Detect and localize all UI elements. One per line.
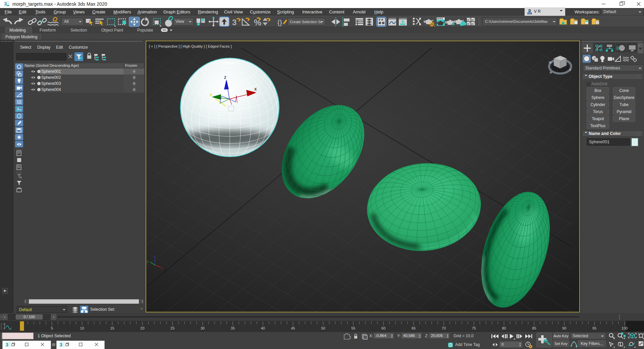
svg-text:N: N [550, 71, 552, 74]
svg-text:Z: Z [224, 76, 226, 80]
svg-text:15: 15 [110, 326, 114, 330]
svg-text:[ + ] [ Perspective ] [ High Q: [ + ] [ Perspective ] [ High Quality ] [… [149, 44, 232, 48]
svg-text:z: z [154, 255, 156, 258]
svg-text:x: x [161, 266, 163, 270]
svg-text:70: 70 [442, 326, 446, 330]
svg-text:X: X [254, 87, 257, 91]
svg-text:100: 100 [622, 326, 628, 330]
svg-text:45: 45 [291, 326, 295, 330]
svg-text:35: 35 [231, 326, 235, 330]
svg-text:65: 65 [412, 326, 416, 330]
svg-text:10: 10 [80, 326, 84, 330]
svg-text:y: y [210, 92, 212, 96]
svg-text:W: W [549, 61, 552, 64]
svg-text:y: y [147, 260, 149, 263]
svg-text:{}: {} [277, 18, 282, 26]
svg-text:50: 50 [321, 326, 325, 330]
svg-text:55: 55 [351, 326, 355, 330]
svg-text:95: 95 [592, 326, 596, 330]
svg-text:S: S [569, 68, 571, 71]
svg-text:75: 75 [472, 326, 476, 330]
svg-text:5: 5 [51, 326, 53, 330]
svg-text:3: 3 [4, 1, 7, 6]
svg-text:3: 3 [6, 342, 8, 347]
svg-text:80: 80 [502, 326, 506, 330]
svg-text:90: 90 [562, 326, 566, 330]
svg-text:25: 25 [170, 326, 174, 330]
svg-text:30: 30 [201, 326, 205, 330]
svg-text:60: 60 [381, 326, 385, 330]
svg-text:3: 3 [60, 342, 62, 347]
svg-text:85: 85 [532, 326, 536, 330]
svg-text:20: 20 [140, 326, 144, 330]
svg-text:3: 3 [232, 18, 236, 27]
svg-text:40: 40 [261, 326, 265, 330]
